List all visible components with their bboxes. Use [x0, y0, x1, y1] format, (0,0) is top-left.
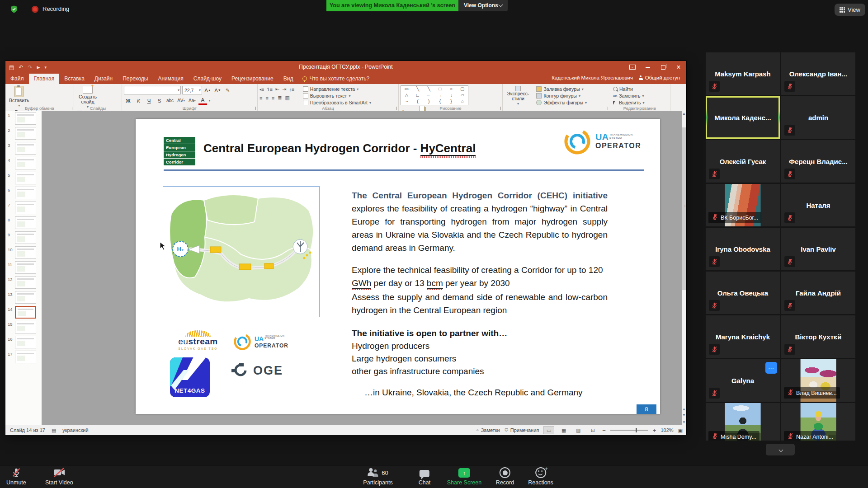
view-options-button[interactable]: View Options	[458, 0, 508, 11]
slide-thumbnail[interactable]: 11	[5, 260, 42, 275]
slide-thumbnail[interactable]: 7	[5, 201, 42, 216]
tab-transitions[interactable]: Переходы	[118, 74, 153, 84]
clear-formatting-button[interactable]: ✎	[223, 87, 232, 94]
slide-thumbnail[interactable]: 16	[5, 335, 42, 350]
slide-sorter-view-button[interactable]: ▦	[559, 427, 569, 434]
participant-tile[interactable]: Олексій Гусак	[706, 140, 780, 183]
zoom-out-button[interactable]: −	[602, 427, 606, 434]
participant-tile[interactable]: Ферецн Владис...	[781, 140, 855, 183]
bullets-icon[interactable]: •≡	[259, 87, 264, 92]
shrink-font-button[interactable]: А▼	[213, 87, 222, 94]
participant-tile[interactable]: ВК БорисБог...	[706, 184, 780, 226]
thumbnail-box[interactable]	[15, 172, 36, 184]
slide-thumbnail-panel[interactable]: 1234567891011121314151617	[5, 111, 42, 425]
slide-thumbnail[interactable]: 13	[5, 290, 42, 305]
select-button[interactable]: Выделить▾	[613, 100, 644, 105]
participant-tile[interactable]: Nazar Antoni...	[781, 403, 855, 441]
dialog-launcher-icon[interactable]	[393, 107, 397, 110]
thumbnail-box[interactable]	[15, 127, 36, 140]
fit-to-window-icon[interactable]: ▣	[678, 427, 683, 433]
thumbnail-box[interactable]	[15, 216, 36, 229]
slide-thumbnail[interactable]: 12	[5, 275, 42, 290]
tab-slideshow[interactable]: Слайд-шоу	[189, 74, 226, 84]
find-button[interactable]: Найти	[613, 86, 644, 92]
security-shield-icon[interactable]	[10, 5, 18, 13]
participant-tile[interactable]: Ivan Pavliv	[781, 228, 855, 270]
tab-review[interactable]: Рецензирование	[226, 74, 278, 84]
line-spacing-icon[interactable]: ↕≡	[289, 87, 294, 92]
tab-insert[interactable]: Вставка	[59, 74, 90, 84]
thumbnail-box[interactable]	[15, 291, 36, 304]
thumbnail-box[interactable]	[15, 351, 36, 363]
share-button[interactable]: Общий доступ	[636, 74, 683, 81]
vertical-scrollbar[interactable]: ▲ ▲ ▼ ▼	[682, 111, 686, 425]
slide-thumbnail[interactable]: 4	[5, 156, 42, 171]
normal-view-button[interactable]: ▭	[543, 426, 554, 434]
language-label[interactable]: украинский	[62, 427, 88, 433]
thumbnail-box[interactable]	[15, 321, 36, 333]
replace-button[interactable]: abЗаменить▾	[613, 93, 644, 99]
participant-tile[interactable]: Микола Каденс...	[706, 96, 780, 139]
slide-thumbnail[interactable]: 1	[5, 111, 42, 126]
dialog-launcher-icon[interactable]	[497, 107, 501, 110]
slide-thumbnail[interactable]: 10	[5, 245, 42, 260]
change-case-button[interactable]: Аа▾	[188, 97, 197, 104]
slide-thumbnail[interactable]: 8	[5, 216, 42, 230]
chat-control[interactable]: Chat	[419, 467, 430, 486]
align-center-icon[interactable]: ≡	[265, 95, 268, 101]
participant-tile[interactable]: Віктор Кухтєй	[781, 315, 855, 358]
dialog-launcher-icon[interactable]	[69, 107, 72, 110]
character-spacing-button[interactable]: АV▾	[176, 97, 186, 104]
slide-thumbnail[interactable]: 15	[5, 320, 42, 335]
increase-indent-icon[interactable]: ⇥	[282, 86, 286, 92]
participant-tile[interactable]: Maryna Kraichyk	[706, 315, 780, 358]
participant-menu-button[interactable]: ⋯	[765, 362, 777, 374]
participant-tile[interactable]: Ольга Овецька	[706, 272, 780, 314]
dialog-launcher-icon[interactable]	[604, 107, 608, 110]
slide-thumbnail[interactable]: 9	[5, 230, 42, 245]
zoom-in-button[interactable]: +	[653, 427, 656, 434]
ribbon-display-options-button[interactable]: ⌃	[625, 61, 640, 73]
slide-thumbnail[interactable]: 17	[5, 350, 42, 365]
thumbnail-box[interactable]	[15, 187, 36, 199]
unmute-control[interactable]: Unmute	[6, 467, 26, 486]
notes-button[interactable]: ≐Заметки	[476, 427, 500, 433]
zoom-level[interactable]: 102%	[660, 427, 673, 433]
record-control[interactable]: Record	[496, 467, 514, 486]
thumbnail-box[interactable]	[15, 336, 36, 348]
reading-view-button[interactable]: ▥	[573, 427, 583, 434]
participant-tile[interactable]: Maksym Karpash	[706, 52, 780, 95]
participant-tile[interactable]: Iryna Obodovska	[706, 228, 780, 270]
thumbnail-box[interactable]	[15, 261, 36, 274]
align-right-icon[interactable]: ≡	[272, 95, 274, 101]
shape-effects-button[interactable]: Эффекты фигуры▾	[536, 100, 587, 105]
justify-icon[interactable]: ≣	[278, 95, 282, 101]
start-video-control[interactable]: Start Video	[45, 467, 73, 486]
slideshow-view-button[interactable]: ⊡	[588, 427, 598, 434]
columns-icon[interactable]: ▥	[285, 95, 289, 101]
participant-tile[interactable]: Влад Вишнев...	[781, 359, 855, 402]
font-color-button[interactable]: А	[198, 96, 207, 105]
quick-styles-button[interactable]: Экспресс-стили▾	[505, 85, 532, 107]
slide-thumbnail[interactable]: 14	[5, 305, 42, 320]
tab-animation[interactable]: Анимация	[153, 74, 188, 84]
restore-button[interactable]	[656, 61, 671, 73]
participant-tile[interactable]: Гайла Андрій	[781, 272, 855, 314]
grow-font-button[interactable]: А▲	[203, 87, 212, 94]
thumbnail-box[interactable]	[15, 231, 36, 244]
strikethrough-button[interactable]: abc	[165, 97, 175, 104]
close-button[interactable]: ×	[671, 61, 686, 73]
spellcheck-icon[interactable]: ▤	[52, 427, 56, 433]
reactions-control[interactable]: + Reactions	[528, 467, 553, 486]
comments-button[interactable]: 🗩Примечания	[505, 427, 539, 433]
text-direction-button[interactable]: Направление текста▾	[303, 86, 371, 92]
numbering-icon[interactable]: 1≡	[267, 87, 273, 92]
participant-tile[interactable]: Galyna⋯	[706, 359, 780, 402]
dialog-launcher-icon[interactable]	[252, 107, 256, 110]
tab-design[interactable]: Дизайн	[90, 74, 118, 84]
font-size-combo[interactable]: 22,7▾	[182, 86, 202, 94]
participant-tile[interactable]: Наталя	[781, 184, 855, 226]
participant-tile[interactable]: admin	[781, 96, 855, 139]
bold-button[interactable]: Ж	[124, 97, 132, 104]
share-screen-control[interactable]: ↑ Share Screen	[447, 467, 481, 486]
